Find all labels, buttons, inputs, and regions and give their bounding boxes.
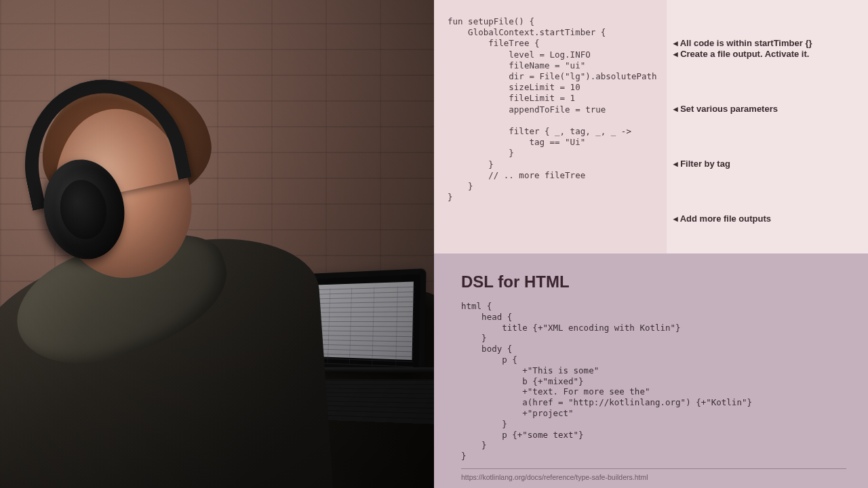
content-panel: fun setupFile() { GlobalContext.startTim… [434,0,868,488]
kotlin-code-html-dsl: html { head { title {+"XML encoding with… [461,301,846,462]
annotation: ◂ Filter by tag [673,159,730,169]
code-column: fun setupFile() { GlobalContext.startTim… [434,0,667,253]
annotation: ◂ Create a file output. Activate it. [673,49,810,59]
source-link[interactable]: https://kotlinlang.org/docs/reference/ty… [461,473,846,481]
annotation-list: ◂ All code is within startTimber {}◂ Cre… [673,16,857,223]
annotation-column: ◂ All code is within startTimber {}◂ Cre… [667,0,868,253]
top-code-block: fun setupFile() { GlobalContext.startTim… [434,0,868,253]
annotation: ◂ Set various parameters [673,104,778,114]
vignette-overlay [0,0,434,488]
annotation: ◂ Add more file outputs [673,214,771,224]
bottom-code-block: DSL for HTML html { head { title {+"XML … [434,253,868,488]
divider [461,468,846,469]
section-title: DSL for HTML [461,272,846,291]
hero-photo [0,0,434,488]
kotlin-code-timber: fun setupFile() { GlobalContext.startTim… [448,16,657,203]
annotation: ◂ All code is within startTimber {} [673,38,812,48]
